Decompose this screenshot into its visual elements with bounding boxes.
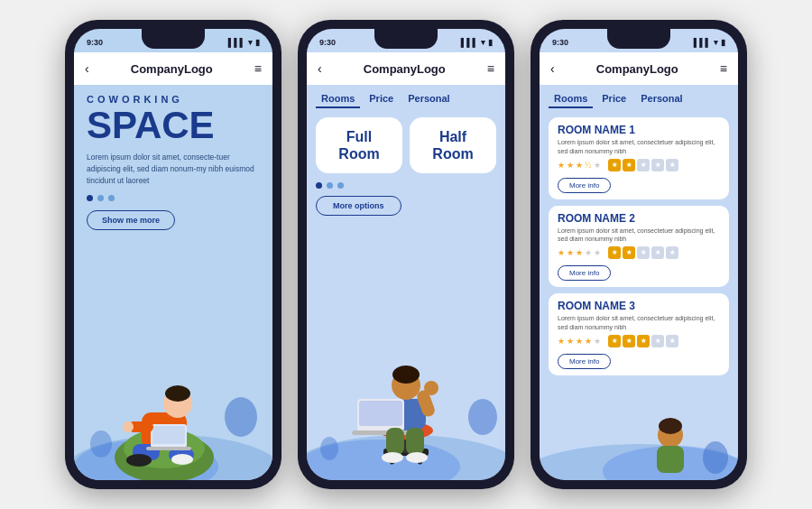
badge-3-5: ★: [666, 335, 678, 347]
illustration-area-1: [74, 318, 272, 480]
phone-1: 9:30 ▌▌▌ ▾ ▮ ‹ CompanyLogo ≡ COWORKING S…: [65, 20, 281, 489]
wifi-icon-2: ▾: [481, 38, 485, 47]
full-room-title: FullRoom: [325, 128, 393, 162]
svg-rect-15: [146, 447, 191, 450]
status-icons-1: ▌▌▌ ▾ ▮: [228, 38, 260, 47]
more-info-btn-1[interactable]: More info: [558, 178, 611, 193]
room-name-3: ROOM NAME 3: [558, 300, 720, 312]
star-1-5: ★: [594, 161, 601, 170]
nav-logo-2: CompanyLogo: [364, 62, 446, 76]
back-icon-3[interactable]: ‹: [550, 61, 555, 76]
svg-point-36: [424, 381, 438, 395]
notch-3: [607, 29, 670, 49]
tab-rooms-3[interactable]: Rooms: [549, 90, 593, 108]
wifi-icon-3: ▾: [714, 38, 718, 47]
badge-3-2: ★: [623, 335, 635, 347]
back-icon-2[interactable]: ‹: [318, 61, 322, 76]
phone-2: 9:30 ▌▌▌ ▾ ▮ ‹ CompanyLogo ≡ Rooms Price…: [298, 20, 514, 489]
star-2-2: ★: [567, 248, 574, 257]
svg-point-20: [468, 399, 497, 435]
svg-rect-38: [406, 428, 424, 455]
room-item-3: ROOM NAME 3 Lorem ipsum dolor sit amet, …: [549, 293, 729, 375]
badge-3-1: ★: [608, 335, 621, 347]
nav-logo-3: CompanyLogo: [596, 62, 678, 76]
svg-point-3: [90, 430, 112, 458]
tab-personal-2[interactable]: Personal: [402, 90, 455, 108]
svg-rect-45: [657, 446, 684, 473]
menu-icon-3[interactable]: ≡: [720, 61, 727, 76]
more-info-btn-3[interactable]: More info: [558, 354, 611, 369]
dot-3: [108, 195, 115, 201]
room-name-2: ROOM NAME 2: [558, 212, 720, 225]
illustration-svg-2: [307, 300, 505, 480]
dot2-2: [327, 182, 333, 189]
badge-1-3: ★: [637, 159, 650, 171]
carousel-dots-2: [316, 182, 496, 189]
svg-point-39: [382, 452, 403, 463]
status-icons-2: ▌▌▌ ▾ ▮: [461, 38, 493, 47]
svg-point-17: [123, 421, 134, 432]
nav-bar-1: ‹ CompanyLogo ≡: [74, 52, 272, 85]
room-desc-2: Lorem ipsum dolor sit amet, consectetuer…: [558, 227, 720, 245]
badge-3-3: ★: [637, 335, 650, 347]
more-options-button[interactable]: More options: [316, 196, 401, 216]
star-3-2: ★: [567, 337, 574, 346]
star-1-2: ★: [567, 161, 574, 170]
illustration-svg-3: [540, 408, 738, 480]
signal-icon-2: ▌▌▌: [461, 38, 478, 47]
svg-rect-33: [359, 401, 402, 426]
star-2-3: ★: [576, 248, 583, 257]
battery-icon-3: ▮: [721, 38, 725, 47]
notch-2: [374, 29, 438, 49]
svg-point-10: [171, 454, 193, 465]
half-room-card[interactable]: HalfRoom: [410, 117, 496, 173]
tabs-row-3: Rooms Price Personal: [549, 90, 729, 108]
star-1-1: ★: [558, 161, 565, 170]
badge-3-4: ★: [651, 335, 664, 347]
room-name-1: ROOM NAME 1: [558, 124, 720, 136]
full-room-card[interactable]: FullRoom: [316, 117, 402, 173]
room-desc-1: Lorem ipsum dolor sit amet, consectetuer…: [558, 138, 720, 156]
dot-active-1: [87, 195, 93, 201]
illustration-area-2: [307, 300, 505, 480]
badge-2-2: ★: [623, 246, 635, 259]
back-icon-1[interactable]: ‹: [85, 61, 89, 76]
time-3: 9:30: [552, 38, 568, 47]
tab-price-2[interactable]: Price: [364, 90, 399, 108]
carousel-dots-1: [87, 195, 260, 201]
tab-price-3[interactable]: Price: [596, 90, 632, 108]
menu-icon-1[interactable]: ≡: [254, 61, 262, 76]
svg-point-21: [320, 437, 338, 460]
room-cards: FullRoom HalfRoom: [316, 117, 496, 173]
svg-rect-37: [386, 428, 404, 455]
badge-2-3: ★: [637, 246, 650, 259]
star-1-3: ★: [576, 161, 583, 170]
signal-icon-3: ▌▌▌: [694, 38, 711, 47]
svg-point-9: [126, 454, 152, 467]
nav-bar-3: ‹ CompanyLogo ≡: [540, 52, 738, 85]
star-2-4: ★: [585, 248, 592, 257]
menu-icon-2[interactable]: ≡: [487, 61, 494, 76]
badge-1-1: ★: [608, 159, 621, 171]
svg-rect-14: [152, 426, 185, 444]
illustration-svg-1: [74, 318, 272, 480]
battery-icon-2: ▮: [488, 38, 493, 47]
star-1-4: ½: [585, 161, 592, 170]
badge-1-4: ★: [651, 159, 664, 171]
signal-icon-1: ▌▌▌: [228, 38, 245, 47]
svg-point-44: [659, 418, 682, 434]
svg-point-2: [225, 397, 257, 437]
tab-personal-3[interactable]: Personal: [635, 90, 687, 108]
phone-3: 9:30 ▌▌▌ ▾ ▮ ‹ CompanyLogo ≡ Rooms Price…: [531, 20, 747, 489]
dot2-active: [316, 182, 322, 189]
more-info-btn-2[interactable]: More info: [558, 265, 611, 281]
show-more-button[interactable]: Show me more: [87, 210, 175, 230]
star-3-3: ★: [576, 337, 583, 346]
badge-1-5: ★: [666, 159, 678, 171]
svg-point-46: [703, 441, 728, 474]
star-3-1: ★: [558, 337, 565, 346]
screen3-content: Rooms Price Personal ROOM NAME 1 Lorem i…: [540, 85, 738, 480]
battery-icon-1: ▮: [255, 38, 260, 47]
tab-rooms-2[interactable]: Rooms: [316, 90, 360, 108]
badge-2-5: ★: [666, 246, 678, 259]
